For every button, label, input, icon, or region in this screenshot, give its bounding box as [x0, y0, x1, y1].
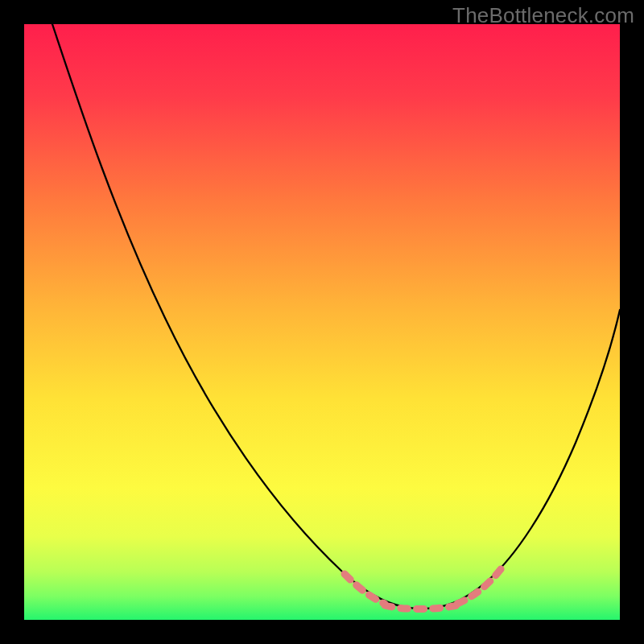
plot-area: [24, 24, 620, 620]
chart-container: TheBottleneck.com: [0, 0, 644, 644]
watermark-text: TheBottleneck.com: [452, 3, 634, 28]
chart-svg: [24, 24, 620, 620]
